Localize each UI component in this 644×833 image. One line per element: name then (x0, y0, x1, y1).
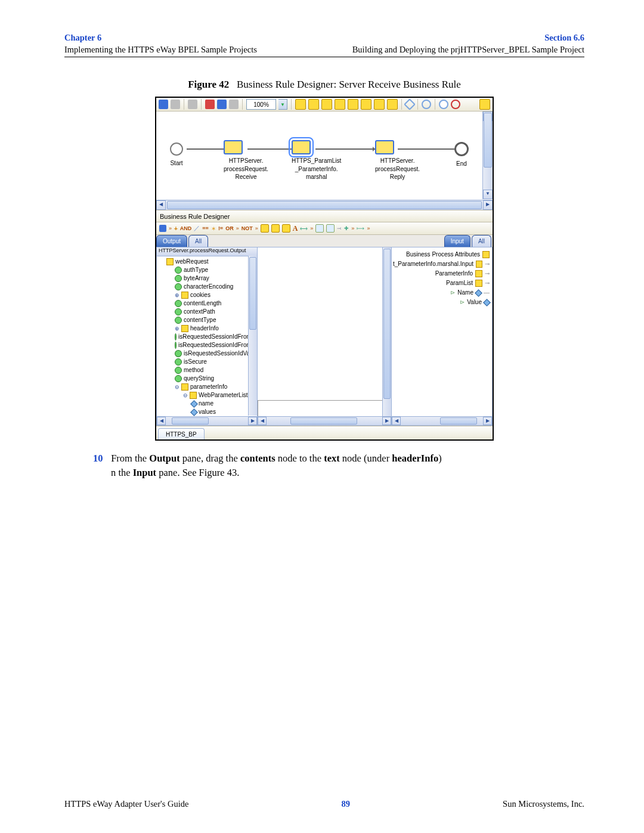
toolbar-icon[interactable] (308, 99, 319, 110)
tabs-row: Output All Input All (156, 235, 493, 247)
op-not[interactable]: NOT (242, 225, 253, 231)
mapping-panel-vscroll[interactable] (382, 247, 391, 417)
status-row: HTTPS_BP (156, 426, 493, 439)
zoom-input[interactable]: 100% (246, 99, 276, 110)
toolbar-icon[interactable] (451, 100, 460, 109)
input-tree[interactable]: Business Process Attributes t_ParameterI… (392, 247, 492, 308)
header-left-sub: Implementing the HTTPS eWay BPEL Sample … (64, 45, 257, 54)
designer-title-bar: Business Rule Designer (156, 210, 493, 222)
mapping-panel[interactable]: ◀▶ (258, 247, 391, 426)
panels-area: HTTPServer.processRequest.Output webRequ… (156, 247, 493, 426)
top-toolbar: 100% ▼ (156, 98, 493, 112)
chapter-link[interactable]: Chapter 6 (64, 33, 101, 42)
toolbar-icon[interactable] (326, 224, 335, 233)
tab-output[interactable]: Output (156, 235, 187, 247)
figure-caption: Figure 42 Business Rule Designer: Server… (64, 79, 584, 91)
tab-input[interactable]: Input (444, 235, 470, 247)
toolbar-icon[interactable] (188, 100, 197, 109)
instruction-text: 10 From the Output pane, drag the conten… (111, 451, 584, 480)
page-header: Chapter 6 Implementing the HTTPS eWay BP… (64, 32, 584, 55)
header-right-sub: Building and Deploying the prjHTTPServer… (352, 45, 584, 54)
toolbar-icon[interactable] (321, 99, 332, 110)
input-panel[interactable]: Business Process Attributes t_ParameterI… (391, 247, 493, 426)
toolbar-icon[interactable] (348, 99, 358, 110)
toolbar-icon[interactable] (205, 100, 215, 109)
flow-vertical-scrollbar[interactable]: ▲▼ (482, 112, 493, 199)
connector (187, 148, 228, 150)
toolbar-icon[interactable] (159, 100, 168, 109)
op-eq[interactable]: == (202, 225, 209, 231)
footer-right: Sun Microsystems, Inc. (503, 799, 584, 809)
toolbar-icon[interactable] (439, 100, 448, 109)
header-rule (64, 57, 584, 57)
footer-left: HTTPS eWay Adapter User's Guide (64, 799, 188, 809)
flow-node-reply[interactable]: HTTPServer. processRequest. Reply (375, 140, 420, 181)
op-or[interactable]: OR (225, 225, 234, 231)
toolbar-icon[interactable] (271, 224, 280, 233)
output-panel-hscroll[interactable]: ◀▶ (157, 416, 257, 425)
flow-node-marshal[interactable]: HTTPS_ParamList _ParameterInfo. marshal (292, 140, 341, 181)
toolbar-icon[interactable] (404, 98, 416, 110)
output-panel-vscroll[interactable] (248, 256, 257, 416)
op-text[interactable]: A (293, 224, 298, 233)
mapping-line (258, 400, 383, 401)
status-tab[interactable]: HTTPS_BP (158, 428, 205, 439)
input-panel-hscroll[interactable]: ◀▶ (392, 416, 492, 425)
toolbar-icon[interactable] (387, 99, 398, 110)
tab-all-left[interactable]: All (188, 235, 208, 247)
section-link[interactable]: Section 6.6 (544, 33, 584, 42)
flow-canvas[interactable]: Start HTTPServer. processRequest. Receiv… (156, 112, 493, 210)
toolbar-icon[interactable] (282, 224, 290, 233)
page-number: 89 (342, 799, 351, 809)
toolbar-icon[interactable] (159, 225, 166, 232)
toolbar-icon[interactable] (422, 100, 431, 109)
step-number: 10 (93, 451, 109, 466)
output-panel-header: HTTPServer.processRequest.Output (157, 247, 257, 256)
flow-node-receive[interactable]: HTTPServer. processRequest. Receive (224, 140, 268, 181)
toolbar-icon[interactable] (171, 100, 180, 109)
flow-horizontal-scrollbar[interactable]: ◀▶ (156, 200, 493, 210)
zoom-dropdown[interactable]: ▼ (278, 99, 287, 110)
toolbar-icon[interactable] (295, 99, 306, 110)
tab-all-right[interactable]: All (472, 235, 491, 247)
toolbar-icon[interactable] (315, 224, 324, 233)
designer-toolbar: » + AND ／ == ✶ != OR » NOT » A ⟷ » ⤙ ✚ »… (156, 222, 493, 235)
toolbar-icon[interactable] (261, 224, 269, 233)
output-panel[interactable]: HTTPServer.processRequest.Output webRequ… (156, 247, 258, 426)
op-ne[interactable]: != (218, 225, 223, 231)
print-icon[interactable] (229, 100, 239, 109)
start-node[interactable]: Start (170, 143, 183, 168)
toolbar-icon[interactable] (479, 99, 490, 110)
toolbar-icon[interactable] (335, 99, 345, 110)
op-and[interactable]: AND (180, 225, 192, 231)
toolbar-icon[interactable] (374, 99, 385, 110)
toolbar-icon[interactable] (361, 99, 371, 110)
toolbar-icon[interactable] (217, 100, 227, 109)
end-node[interactable]: End (454, 142, 469, 168)
screenshot-figure: 100% ▼ (155, 97, 494, 441)
mapping-panel-hscroll[interactable]: ◀▶ (258, 416, 391, 425)
mapping-line (258, 400, 258, 418)
page-footer: HTTPS eWay Adapter User's Guide 89 Sun M… (64, 799, 584, 809)
output-tree[interactable]: webRequest authType byteArray characterE… (157, 256, 257, 417)
